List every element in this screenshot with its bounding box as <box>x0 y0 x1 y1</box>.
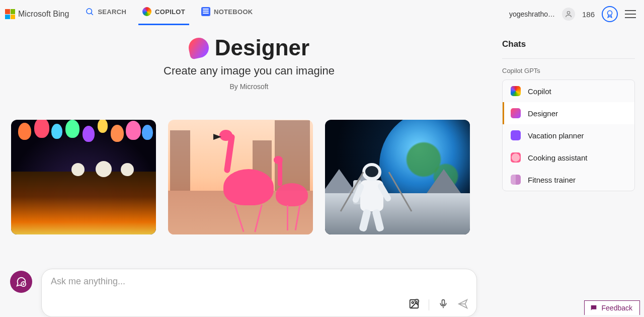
menu-icon[interactable] <box>625 10 636 18</box>
top-header: Microsoft Bing SEARCH COPILOT NOTEBOOK y… <box>0 0 644 28</box>
tab-search[interactable]: SEARCH <box>84 4 127 24</box>
divider <box>502 58 635 59</box>
new-topic-button[interactable] <box>10 271 32 293</box>
chat-input[interactable] <box>51 276 467 287</box>
svg-point-3 <box>608 11 612 15</box>
microphone-icon[interactable] <box>438 299 448 311</box>
separator <box>429 299 429 310</box>
gpt-item-label: Cooking assistant <box>528 153 587 162</box>
svg-rect-10 <box>442 300 445 305</box>
example-image-flamingo[interactable] <box>168 120 313 234</box>
gpt-item-copilot[interactable]: Copilot <box>503 80 634 102</box>
gpt-item-fitness[interactable]: Fitness trainer <box>503 169 634 191</box>
header-tabs: SEARCH COPILOT NOTEBOOK <box>84 4 254 24</box>
svg-point-2 <box>567 12 570 14</box>
tab-copilot[interactable]: COPILOT <box>141 4 186 24</box>
main-content: Designer Create any image you can imagin… <box>0 28 498 317</box>
chat-bar <box>10 269 477 317</box>
svg-point-8 <box>412 301 414 303</box>
example-image-astronaut[interactable] <box>325 120 470 234</box>
copilot-icon <box>511 86 521 96</box>
dumbbell-icon <box>511 175 521 185</box>
example-image-lanterns[interactable] <box>11 120 156 234</box>
sidebar: Chats Copilot GPTs Copilot Designer Vaca… <box>498 28 644 317</box>
avatar-icon[interactable] <box>562 8 575 21</box>
tab-copilot-label: COPILOT <box>155 8 185 16</box>
tab-search-label: SEARCH <box>98 8 126 16</box>
feedback-button[interactable]: Feedback <box>584 300 640 315</box>
sidebar-chats-heading: Chats <box>502 39 635 49</box>
image-upload-icon[interactable] <box>409 298 420 311</box>
microsoft-logo-icon <box>5 9 15 19</box>
copilot-icon <box>142 7 151 16</box>
gpt-item-cooking[interactable]: Cooking assistant <box>503 146 634 169</box>
designer-logo-icon <box>187 36 210 59</box>
username[interactable]: yogeshratho… <box>509 10 555 18</box>
gpt-item-label: Copilot <box>528 87 551 96</box>
gpt-item-designer[interactable]: Designer <box>503 102 634 124</box>
rewards-icon[interactable] <box>602 6 618 22</box>
sidebar-gpts-heading: Copilot GPTs <box>502 67 635 74</box>
example-gallery <box>10 120 488 234</box>
brand-group[interactable]: Microsoft Bing <box>5 9 69 19</box>
search-icon <box>85 7 94 16</box>
page-byline: By Microsoft <box>10 83 488 91</box>
tab-notebook[interactable]: NOTEBOOK <box>200 4 254 24</box>
gpt-item-label: Fitness trainer <box>528 176 576 184</box>
gpt-item-label: Vacation planner <box>528 131 584 140</box>
feedback-label: Feedback <box>602 304 632 312</box>
page-subtitle: Create any image you can imagine <box>10 64 488 77</box>
donut-icon <box>511 152 521 163</box>
gpt-item-vacation[interactable]: Vacation planner <box>503 124 634 146</box>
chat-tools <box>409 298 468 311</box>
header-right: yogeshratho… 186 <box>509 6 639 22</box>
gpt-list: Copilot Designer Vacation planner Cookin… <box>502 80 635 191</box>
suitcase-icon <box>511 130 521 140</box>
brand-name: Microsoft Bing <box>18 10 69 19</box>
hero: Designer Create any image you can imagin… <box>10 35 488 91</box>
tab-notebook-label: NOTEBOOK <box>214 8 253 16</box>
designer-icon <box>511 108 521 118</box>
gpt-item-label: Designer <box>528 109 558 118</box>
svg-line-1 <box>91 13 93 15</box>
send-icon[interactable] <box>457 298 468 311</box>
chat-box[interactable] <box>41 269 477 317</box>
rewards-points[interactable]: 186 <box>582 10 595 19</box>
page-title: Designer <box>215 35 309 60</box>
svg-point-0 <box>87 9 92 14</box>
notebook-icon <box>201 7 210 16</box>
